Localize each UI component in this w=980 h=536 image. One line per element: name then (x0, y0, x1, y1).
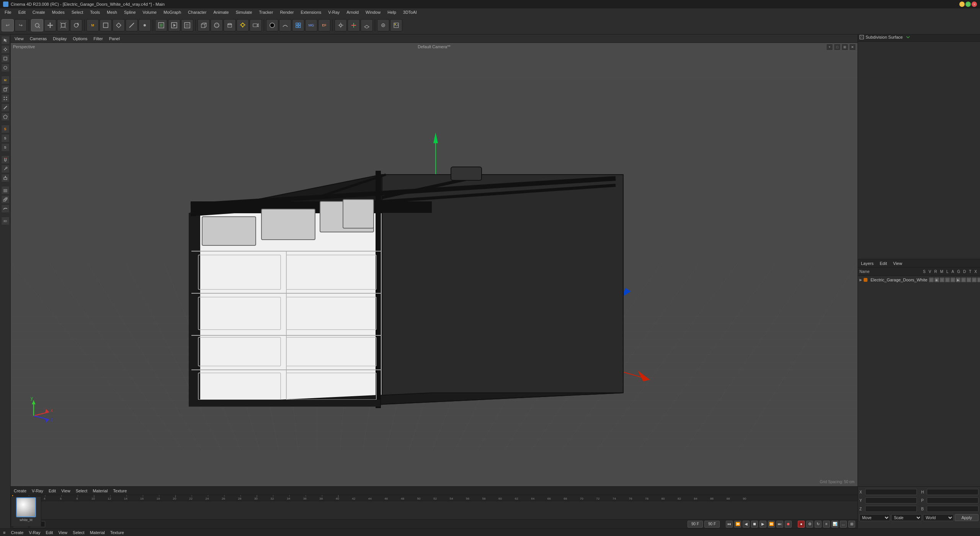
toolbar-render-settings[interactable] (377, 19, 389, 31)
toolbar-move[interactable] (44, 19, 56, 31)
left-tool-selection[interactable] (1, 36, 10, 44)
menu-animate[interactable]: Animate (210, 9, 232, 15)
menu-window[interactable]: Window (363, 9, 384, 15)
toolbar-deformer[interactable] (279, 19, 291, 31)
menu-edit[interactable]: Edit (15, 9, 29, 15)
btn-play[interactable]: ▶ (760, 521, 766, 528)
btn-autokey[interactable]: ● (798, 521, 805, 528)
menu-create[interactable]: Create (29, 9, 48, 15)
menu-extensions[interactable]: Extensions (297, 9, 324, 15)
btn-jump-start[interactable]: ⏮ (726, 521, 733, 528)
toolbar-point-mode[interactable] (139, 19, 151, 31)
toolbar-light[interactable] (237, 19, 249, 31)
menu-mesh[interactable]: Mesh (104, 9, 120, 15)
left-tool-polygons[interactable] (1, 113, 10, 121)
menu-volume[interactable]: Volume (140, 9, 160, 15)
toolbar-edge-mode[interactable] (126, 19, 138, 31)
close-button[interactable]: ✕ (972, 2, 977, 7)
btn-prev-keyframe[interactable]: ⏪ (734, 521, 741, 528)
left-tool-material-s3[interactable]: S (1, 143, 10, 152)
viewport-canvas[interactable]: y x z Grid Spacing: 50 cm (11, 43, 858, 486)
y-position-input[interactable] (865, 497, 917, 503)
layer-icon-1[interactable]: □ (929, 278, 934, 282)
tl-menu-select[interactable]: Select (74, 488, 89, 494)
apply-button[interactable]: Apply (955, 514, 978, 521)
toolbar-render-active[interactable] (168, 19, 180, 31)
b-rotation-input[interactable] (927, 506, 978, 512)
btn-play-back[interactable]: ◀ (743, 521, 750, 528)
btn-next-keyframe[interactable]: ⏩ (768, 521, 775, 528)
title-bar-controls[interactable]: − □ ✕ (959, 2, 977, 7)
left-tool-object[interactable] (1, 85, 10, 93)
left-tool-edges[interactable] (1, 103, 10, 112)
left-tool-move[interactable] (1, 45, 10, 54)
minimize-button[interactable]: − (959, 2, 965, 7)
layer-icon-8[interactable]: □ (967, 278, 971, 282)
tl-menu-view[interactable]: View (60, 488, 72, 494)
left-tool-polygon[interactable]: M (1, 76, 10, 84)
layers-menu-edit[interactable]: Edit (878, 261, 889, 266)
toolbar-render-queue[interactable] (181, 19, 193, 31)
vp-menu-cameras[interactable]: Cameras (28, 36, 49, 42)
menu-simulate[interactable]: Simulate (233, 9, 255, 15)
btn-jump-end[interactable]: ⏭ (776, 521, 783, 528)
left-tool-deformer2[interactable] (1, 204, 10, 213)
menu-character[interactable]: Character (185, 9, 209, 15)
vp-menu-panel[interactable]: Panel (108, 36, 121, 42)
mat-bar-material[interactable]: Material (88, 530, 106, 535)
btn-more[interactable]: ... (840, 521, 847, 528)
toolbar-generator[interactable] (292, 19, 304, 31)
viewport-corner-grid[interactable]: ⊞ (841, 44, 848, 51)
menu-3dtoai[interactable]: 3DToAI (400, 9, 420, 15)
vp-menu-options[interactable]: Options (71, 36, 89, 42)
mat-bar-vray[interactable]: V-Ray (27, 530, 42, 535)
toolbar-scale[interactable] (57, 19, 69, 31)
layer-icon-5[interactable]: □ (951, 278, 955, 282)
move-dropdown[interactable]: Move (859, 514, 890, 521)
toolbar-undo[interactable]: ↩ (2, 19, 14, 31)
toolbar-live-select[interactable] (31, 19, 43, 31)
toolbar-axis[interactable] (348, 19, 360, 31)
vp-menu-view[interactable]: View (13, 36, 25, 42)
left-tool-rotate[interactable] (1, 64, 10, 72)
left-tool-magnet[interactable] (1, 155, 10, 164)
mat-bar-select[interactable]: Select (71, 530, 86, 535)
tl-menu-create[interactable]: Create (12, 488, 28, 494)
vp-menu-display[interactable]: Display (51, 36, 68, 42)
menu-help[interactable]: Help (384, 9, 399, 15)
scale-dropdown[interactable]: Scale (891, 514, 922, 521)
mat-bar-menu-icon[interactable]: ≡ (2, 530, 7, 535)
left-tool-knife[interactable] (1, 165, 10, 173)
left-tool-points[interactable] (1, 94, 10, 103)
toolbar-camera-tool[interactable] (250, 19, 262, 31)
toolbar-render-region[interactable] (155, 19, 167, 31)
toolbar-workplane[interactable] (361, 19, 373, 31)
left-tool-material-s2[interactable]: S (1, 134, 10, 142)
menu-arnold[interactable]: Arnold (343, 9, 362, 15)
tl-menu-material[interactable]: Material (91, 488, 109, 494)
mat-bar-view[interactable]: View (57, 530, 69, 535)
btn-stop[interactable]: ⏹ (751, 521, 758, 528)
material-thumbnail[interactable] (16, 497, 36, 517)
tl-menu-vray[interactable]: V-Ray (30, 488, 45, 494)
mat-bar-create[interactable]: Create (9, 530, 25, 535)
left-tool-layers[interactable] (1, 186, 10, 194)
toolbar-sphere[interactable] (211, 19, 223, 31)
left-tool-cloner[interactable] (1, 195, 10, 204)
layer-icon-9[interactable]: □ (972, 278, 977, 282)
menu-vray[interactable]: V-Ray (325, 9, 343, 15)
toolbar-object-mode[interactable] (100, 19, 112, 31)
btn-graph[interactable]: 📊 (831, 521, 838, 528)
toolbar-model-mode[interactable]: M (87, 19, 99, 31)
layer-icon-2[interactable]: ◉ (934, 278, 939, 282)
toolbar-mograph-btn[interactable]: MG (305, 19, 317, 31)
menu-tools[interactable]: Tools (87, 9, 103, 15)
layer-row-garage[interactable]: ▶ Electric_Garage_Doors_White □ ◉ □ □ □ … (858, 276, 980, 284)
layers-menu-layers[interactable]: Layers (859, 261, 875, 266)
toolbar-cube[interactable] (198, 19, 210, 31)
viewport[interactable]: View Cameras Display Options Filter Pane… (11, 34, 858, 486)
btn-play-options[interactable]: ⚙ (806, 521, 813, 528)
tl-menu-texture[interactable]: Texture (111, 488, 128, 494)
menu-modes[interactable]: Modes (49, 9, 68, 15)
z-position-input[interactable] (865, 506, 917, 512)
